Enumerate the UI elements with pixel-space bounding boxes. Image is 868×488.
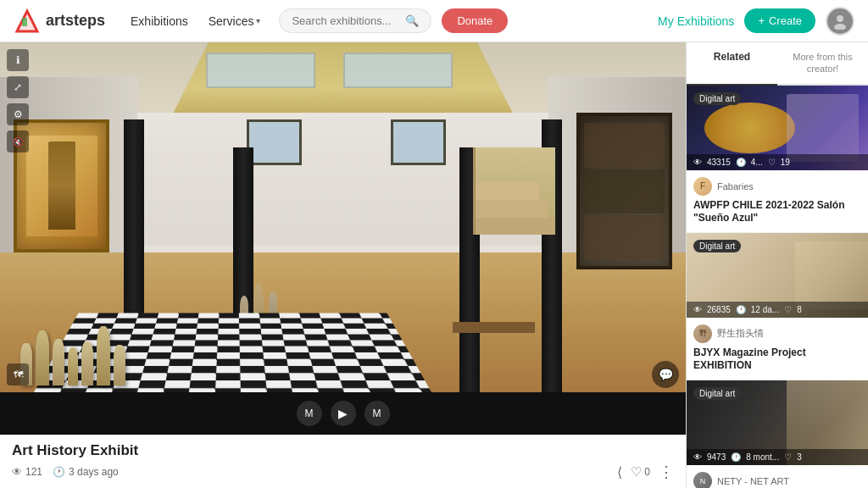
- nav-services-label: Services: [209, 14, 254, 28]
- search-input[interactable]: [292, 14, 405, 27]
- tab-more-from-creator[interactable]: More from this creator!: [777, 42, 868, 86]
- card-3-clock-icon: 🕐: [731, 452, 741, 462]
- window-2: [391, 119, 446, 165]
- svg-point-3: [837, 15, 843, 22]
- create-button[interactable]: + Create: [744, 8, 815, 33]
- card-1-views: 43315: [707, 158, 731, 167]
- user-icon: [832, 13, 849, 30]
- action-buttons: ⟨ ♡ 0 ⋮: [617, 463, 674, 481]
- create-label: Create: [769, 14, 802, 27]
- card-3-duration: 8 mont...: [746, 452, 779, 462]
- more-options-button[interactable]: ⋮: [659, 463, 674, 481]
- logo-text: artsteps: [46, 12, 105, 30]
- card-1-creator-name: Fabaries: [717, 181, 754, 191]
- map-button[interactable]: 🗺: [7, 363, 29, 385]
- card-1-avatar: F: [693, 177, 712, 196]
- card-3-eye-icon: 👁: [693, 452, 702, 462]
- sidebar-card-2[interactable]: Digital art 👁 26835 🕐 12 da... ♡ 8 野 野生指…: [687, 233, 868, 380]
- tab-related[interactable]: Related: [687, 42, 777, 86]
- exhibit-meta-row: 👁 121 🕐 3 days ago ⟨ ♡ 0: [12, 463, 674, 481]
- logo-area[interactable]: artsteps: [14, 8, 105, 35]
- exhibit-title: Art History Exhibit: [12, 442, 674, 459]
- avatar-button[interactable]: [826, 7, 854, 36]
- card-2-views: 26835: [707, 305, 731, 314]
- clock-icon: 🕐: [53, 466, 65, 478]
- card-2-stats: 👁 26835 🕐 12 da... ♡ 8: [687, 302, 868, 318]
- like-section: ♡ 0: [631, 464, 650, 480]
- nav-services[interactable]: Services ▾: [200, 9, 270, 33]
- exhibit-info-bar: Art History Exhibit 👁 121 🕐 3 days ago ⟨: [0, 435, 686, 488]
- card-1-creator-row: F Fabaries: [693, 177, 861, 196]
- share-button[interactable]: ⟨: [617, 464, 622, 480]
- card-3-heart-icon: ♡: [784, 452, 792, 462]
- card-3-badge: Digital art: [693, 387, 741, 400]
- sidebar-card-3[interactable]: Digital art 👁 9473 🕐 8 mont... ♡ 3 N NET…: [687, 380, 868, 488]
- share-icon: ⟨: [617, 464, 622, 480]
- card-2-creator-row: 野 野生指头情: [693, 324, 861, 343]
- card-1-clock-icon: 🕐: [736, 158, 746, 167]
- fullscreen-button[interactable]: ⤢: [7, 76, 29, 98]
- card-2-creator-name: 野生指头情: [717, 327, 764, 340]
- card-2-info: 野 野生指头情 BJYX Magazine Project EXHIBITION: [687, 318, 868, 380]
- card-3-likes: 3: [797, 452, 802, 462]
- settings-button[interactable]: ⚙: [7, 103, 29, 125]
- card-3-info: N NETY - NET ART: [687, 465, 868, 488]
- nav-prev-button[interactable]: M: [297, 401, 322, 426]
- play-button[interactable]: ▶: [331, 401, 356, 426]
- mute-button[interactable]: 🔇: [7, 130, 29, 152]
- like-button[interactable]: ♡: [631, 464, 642, 480]
- main-layout: ℹ ⤢ ⚙ 🔇 🗺 💬 M ▶ M Art History Exhibit: [0, 42, 686, 488]
- card-2-clock-icon: 🕐: [736, 305, 746, 314]
- card-3-creator-name: NETY - NET ART: [717, 476, 789, 486]
- card-2-likes: 8: [797, 305, 802, 314]
- card-2-title: BJYX Magazine Project EXHIBITION: [693, 347, 861, 373]
- sidebar: Related More from this creator! Digital …: [686, 42, 868, 488]
- time-meta: 🕐 3 days ago: [53, 466, 119, 478]
- card-1-duration: 4...: [751, 158, 763, 167]
- artwork-right: [576, 113, 672, 270]
- card-2-badge: Digital art: [693, 240, 741, 252]
- main-nav: Exhibitions Services ▾: [122, 9, 269, 33]
- main-content: ℹ ⤢ ⚙ 🔇 🗺 💬 M ▶ M Art History Exhibit: [0, 42, 868, 488]
- card-2-thumbnail: Digital art 👁 26835 🕐 12 da... ♡ 8: [687, 233, 868, 318]
- info-button[interactable]: ℹ: [7, 49, 29, 71]
- card-2-heart-icon: ♡: [784, 305, 792, 314]
- card-1-likes: 19: [781, 158, 790, 167]
- display-table-right: [453, 322, 535, 332]
- eye-icon: 👁: [12, 466, 22, 478]
- card-1-thumbnail: Digital art 👁 43315 🕐 4... ♡ 19: [687, 86, 868, 170]
- viewer-controls-bar: M ▶ M: [0, 392, 686, 435]
- card-3-creator-row: N NETY - NET ART: [693, 472, 861, 488]
- chess-pieces-front: [20, 326, 125, 385]
- nav-exhibitions[interactable]: Exhibitions: [122, 9, 197, 33]
- card-3-views: 9473: [707, 452, 726, 462]
- card-3-stats: 👁 9473 🕐 8 mont... ♡ 3: [687, 449, 868, 465]
- card-1-eye-icon: 👁: [693, 158, 702, 167]
- staircase: [473, 147, 555, 235]
- card-2-duration: 12 da...: [751, 305, 779, 314]
- card-3-thumbnail: Digital art 👁 9473 🕐 8 mont... ♡ 3: [687, 380, 868, 465]
- views-count: 121: [25, 466, 42, 478]
- svg-point-4: [834, 24, 846, 30]
- viewer-top-controls: ℹ ⤢ ⚙ 🔇: [7, 49, 29, 152]
- svg-rect-2: [22, 18, 27, 26]
- card-1-heart-icon: ♡: [768, 158, 776, 167]
- services-dropdown-arrow: ▾: [256, 16, 260, 25]
- my-exhibitions-link[interactable]: My Exhibitions: [658, 14, 734, 28]
- search-bar[interactable]: 🔍: [279, 8, 431, 33]
- search-icon[interactable]: 🔍: [405, 14, 419, 27]
- viewer-section[interactable]: ℹ ⤢ ⚙ 🔇 🗺 💬 M ▶ M: [0, 42, 686, 435]
- chat-button[interactable]: 💬: [652, 361, 679, 388]
- card-1-info: F Fabaries AWPFP CHILE 2021-2022 Salón "…: [687, 170, 868, 232]
- views-meta: 👁 121: [12, 466, 42, 478]
- create-plus-icon: +: [758, 14, 765, 27]
- card-1-title: AWPFP CHILE 2021-2022 Salón "Sueño Azul": [693, 199, 861, 225]
- logo-icon: [14, 8, 41, 35]
- window-1: [247, 119, 302, 165]
- sidebar-card-1[interactable]: Digital art 👁 43315 🕐 4... ♡ 19 F Fabari…: [687, 86, 868, 233]
- donate-button[interactable]: Donate: [442, 8, 508, 33]
- header: artsteps Exhibitions Services ▾ 🔍 Donate…: [0, 0, 868, 42]
- card-1-badge: Digital art: [693, 92, 741, 105]
- header-right: My Exhibitions + Create: [658, 7, 854, 36]
- nav-next-button[interactable]: M: [364, 401, 390, 426]
